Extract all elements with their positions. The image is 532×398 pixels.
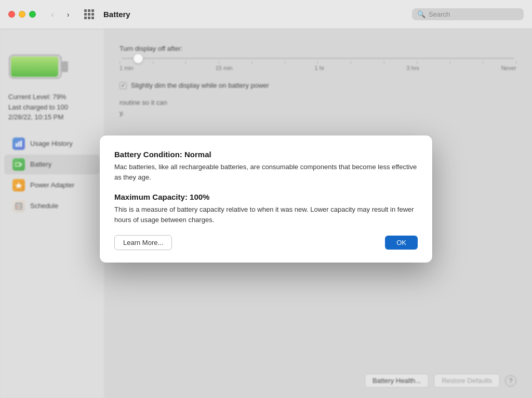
- battery-condition-modal: Battery Condition: Normal Mac batteries,…: [100, 135, 432, 263]
- learn-more-button[interactable]: Learn More...: [114, 235, 172, 250]
- modal-buttons: Learn More... OK: [114, 235, 418, 250]
- condition-description: Mac batteries, like all rechargeable bat…: [114, 162, 418, 182]
- modal-overlay: Battery Condition: Normal Mac batteries,…: [0, 0, 532, 398]
- condition-title: Battery Condition: Normal: [114, 150, 418, 159]
- capacity-title: Maximum Capacity: 100%: [114, 193, 418, 201]
- capacity-description: This is a measure of battery capacity re…: [114, 204, 418, 225]
- ok-button[interactable]: OK: [385, 236, 418, 250]
